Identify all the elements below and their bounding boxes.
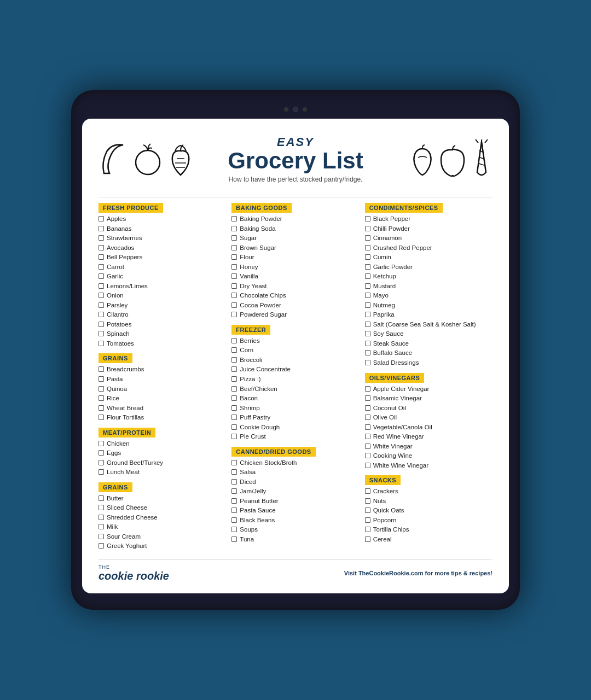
- checkbox[interactable]: [231, 395, 237, 401]
- checkbox[interactable]: [99, 376, 104, 382]
- checkbox[interactable]: [231, 460, 237, 465]
- list-item[interactable]: Pasta: [99, 375, 226, 384]
- list-item[interactable]: Baking Soda: [231, 225, 359, 234]
- checkbox[interactable]: [231, 254, 237, 260]
- checkbox[interactable]: [365, 527, 370, 532]
- list-item[interactable]: Nuts: [365, 497, 493, 506]
- checkbox[interactable]: [365, 331, 370, 336]
- checkbox[interactable]: [365, 536, 370, 542]
- checkbox[interactable]: [99, 331, 104, 336]
- checkbox[interactable]: [231, 469, 237, 475]
- list-item[interactable]: Parsley: [99, 301, 226, 310]
- list-item[interactable]: Tuna: [231, 535, 359, 544]
- checkbox[interactable]: [365, 216, 370, 221]
- checkbox[interactable]: [231, 376, 237, 382]
- checkbox[interactable]: [365, 235, 370, 241]
- checkbox[interactable]: [365, 245, 370, 250]
- list-item[interactable]: Soy Sauce: [365, 330, 493, 339]
- list-item[interactable]: Cereal: [365, 535, 493, 544]
- checkbox[interactable]: [365, 488, 370, 494]
- list-item[interactable]: Mayo: [365, 291, 493, 300]
- list-item[interactable]: White Wine Vinegar: [365, 462, 493, 470]
- checkbox[interactable]: [365, 264, 370, 270]
- list-item[interactable]: Honey: [231, 263, 359, 272]
- list-item[interactable]: Salsa: [231, 468, 359, 477]
- checkbox[interactable]: [99, 264, 104, 270]
- list-item[interactable]: Butter: [99, 494, 226, 503]
- list-item[interactable]: Pizza :): [231, 375, 359, 384]
- list-item[interactable]: Corn: [231, 346, 359, 355]
- list-item[interactable]: Brown Sugar: [231, 244, 359, 253]
- checkbox[interactable]: [365, 312, 370, 317]
- checkbox[interactable]: [365, 453, 370, 458]
- checkbox[interactable]: [365, 424, 370, 430]
- list-item[interactable]: Buffalo Sauce: [365, 349, 493, 358]
- checkbox[interactable]: [231, 312, 237, 317]
- checkbox[interactable]: [99, 415, 104, 420]
- list-item[interactable]: Apples: [99, 215, 226, 224]
- list-item[interactable]: Paprika: [365, 311, 493, 319]
- list-item[interactable]: Flour: [231, 253, 359, 262]
- checkbox[interactable]: [231, 527, 237, 532]
- list-item[interactable]: Strawberries: [99, 234, 226, 243]
- list-item[interactable]: Potatoes: [99, 320, 226, 329]
- list-item[interactable]: Red Wine Vinegar: [365, 433, 493, 441]
- list-item[interactable]: Diced: [231, 478, 359, 487]
- checkbox[interactable]: [99, 283, 104, 289]
- list-item[interactable]: Broccoli: [231, 356, 359, 365]
- list-item[interactable]: White Vinegar: [365, 442, 493, 451]
- checkbox[interactable]: [99, 460, 104, 465]
- list-item[interactable]: Cocoa Powder: [231, 301, 359, 310]
- list-item[interactable]: Balsamic Vinegar: [365, 394, 493, 403]
- list-item[interactable]: Dry Yeast: [231, 282, 359, 291]
- list-item[interactable]: Bananas: [99, 225, 226, 234]
- checkbox[interactable]: [231, 405, 237, 411]
- checkbox[interactable]: [99, 273, 104, 279]
- checkbox[interactable]: [231, 264, 237, 270]
- checkbox[interactable]: [365, 283, 370, 289]
- list-item[interactable]: Pie Crust: [231, 433, 359, 441]
- checkbox[interactable]: [99, 293, 104, 298]
- list-item[interactable]: Salad Dressings: [365, 359, 493, 368]
- checkbox[interactable]: [231, 235, 237, 241]
- checkbox[interactable]: [365, 508, 370, 513]
- list-item[interactable]: Soups: [231, 526, 359, 534]
- checkbox[interactable]: [365, 405, 370, 411]
- checkbox[interactable]: [365, 322, 370, 327]
- list-item[interactable]: Shredded Cheese: [99, 514, 226, 522]
- list-item[interactable]: Chicken: [99, 440, 226, 448]
- checkbox[interactable]: [231, 498, 237, 504]
- list-item[interactable]: Vanilla: [231, 272, 359, 281]
- checkbox[interactable]: [231, 347, 237, 353]
- checkbox[interactable]: [99, 322, 104, 327]
- checkbox[interactable]: [365, 444, 370, 449]
- checkbox[interactable]: [99, 254, 104, 260]
- list-item[interactable]: Cookie Dough: [231, 423, 359, 432]
- list-item[interactable]: Carrot: [99, 263, 226, 272]
- list-item[interactable]: Ground Beef/Turkey: [99, 459, 226, 468]
- checkbox[interactable]: [99, 341, 104, 346]
- checkbox[interactable]: [99, 441, 104, 446]
- list-item[interactable]: Baking Powder: [231, 215, 359, 224]
- list-item[interactable]: Flour Tortillas: [99, 413, 226, 422]
- list-item[interactable]: Cooking Wine: [365, 452, 493, 460]
- checkbox[interactable]: [231, 226, 237, 231]
- list-item[interactable]: Mustard: [365, 282, 493, 291]
- list-item[interactable]: Shrimp: [231, 404, 359, 413]
- list-item[interactable]: Avocados: [99, 244, 226, 253]
- checkbox[interactable]: [99, 366, 104, 372]
- list-item[interactable]: Peanut Butter: [231, 497, 359, 506]
- checkbox[interactable]: [99, 524, 104, 529]
- list-item[interactable]: Popcorn: [365, 516, 493, 525]
- list-item[interactable]: Chilli Powder: [365, 225, 493, 234]
- checkbox[interactable]: [231, 216, 237, 221]
- checkbox[interactable]: [99, 386, 104, 392]
- checkbox[interactable]: [365, 498, 370, 504]
- list-item[interactable]: Rice: [99, 394, 226, 403]
- checkbox[interactable]: [365, 415, 370, 420]
- checkbox[interactable]: [99, 245, 104, 250]
- checkbox[interactable]: [365, 386, 370, 392]
- list-item[interactable]: Garlic Powder: [365, 263, 493, 272]
- checkbox[interactable]: [231, 366, 237, 372]
- list-item[interactable]: Tomatoes: [99, 340, 226, 348]
